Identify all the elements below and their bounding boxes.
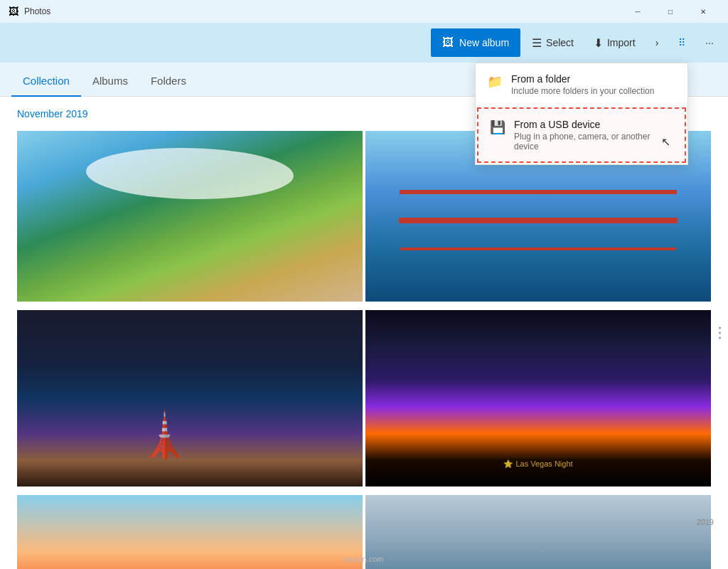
title-bar: 🖼 Photos ─ □ ✕ xyxy=(0,0,728,23)
from-usb-text: From a USB device Plug in a phone, camer… xyxy=(514,119,673,151)
from-folder-subtitle: Include more folders in your collection xyxy=(511,86,654,96)
from-usb-title: From a USB device xyxy=(514,119,673,130)
scroll-dot-3 xyxy=(719,337,721,339)
new-album-label: New album xyxy=(459,37,509,48)
title-bar-left: 🖼 Photos xyxy=(9,6,50,17)
main-content: November 2019 ⭐ Las Vegas Night 2019 wsx… xyxy=(0,97,728,569)
new-album-icon: 🖼 xyxy=(442,36,454,49)
scroll-dots xyxy=(719,327,721,339)
tab-albums[interactable]: Albums xyxy=(81,66,139,97)
photo-paris-day[interactable] xyxy=(365,495,711,569)
import-button[interactable]: ⬇ Import xyxy=(585,28,644,57)
maximize-button[interactable]: □ xyxy=(654,0,687,23)
chevron-right-icon: › xyxy=(655,37,659,48)
from-usb-item[interactable]: 💾 From a USB device Plug in a phone, cam… xyxy=(477,107,686,163)
import-dropdown-menu: 📁 From a folder Include more folders in … xyxy=(475,63,688,165)
folder-icon: 📁 xyxy=(487,74,503,90)
title-bar-controls: ─ □ ✕ xyxy=(621,0,719,23)
select-button[interactable]: ☰ Select xyxy=(523,28,582,57)
from-folder-item[interactable]: 📁 From a folder Include more folders in … xyxy=(476,63,687,106)
photo-grid-2: ⭐ Las Vegas Night xyxy=(17,310,711,486)
photo-aerial[interactable] xyxy=(17,131,363,302)
photo-paris-night[interactable] xyxy=(17,310,363,486)
app-title: Photos xyxy=(24,6,50,16)
minimize-button[interactable]: ─ xyxy=(621,0,654,23)
tab-collection[interactable]: Collection xyxy=(11,66,81,97)
toolbar: 🖼 New album ☰ Select ⬇ Import › ⠿ ··· xyxy=(0,23,728,63)
select-label: Select xyxy=(546,37,574,48)
watermark: wsxdn.com xyxy=(344,555,383,563)
loading-indicator: ⠿ xyxy=(670,28,694,57)
chevron-button[interactable]: › xyxy=(647,28,668,57)
close-button[interactable]: ✕ xyxy=(687,0,719,23)
photo-lasvegas[interactable]: ⭐ Las Vegas Night xyxy=(365,310,711,486)
import-label: Import xyxy=(607,37,636,48)
spinner-icon: ⠿ xyxy=(678,37,685,48)
new-album-button[interactable]: 🖼 New album xyxy=(431,28,520,57)
scroll-dot-1 xyxy=(719,327,721,329)
more-button[interactable]: ··· xyxy=(697,28,722,57)
from-usb-subtitle: Plug in a phone, camera, or another devi… xyxy=(514,132,673,151)
app-icon: 🖼 xyxy=(9,6,18,17)
select-icon: ☰ xyxy=(532,36,542,50)
cursor-arrow: ↖ xyxy=(661,135,670,149)
from-folder-title: From a folder xyxy=(511,73,654,85)
year-label: 2019 xyxy=(697,518,714,526)
import-icon: ⬇ xyxy=(594,36,603,50)
tab-folders[interactable]: Folders xyxy=(139,66,198,97)
usb-icon: 💾 xyxy=(490,119,505,135)
photo-sunset[interactable] xyxy=(17,495,363,569)
from-folder-text: From a folder Include more folders in yo… xyxy=(511,73,654,96)
more-label: ··· xyxy=(705,37,714,48)
scroll-dot-2 xyxy=(719,332,721,334)
